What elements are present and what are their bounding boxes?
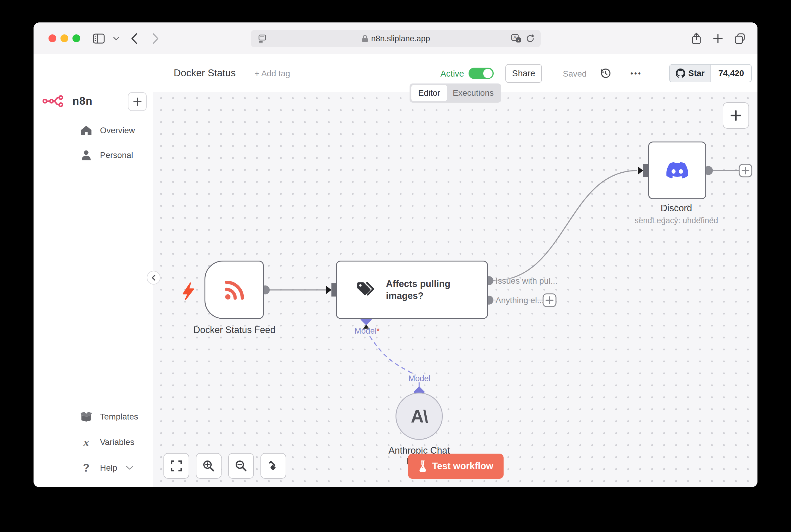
- sidebar-item-templates[interactable]: Templates: [34, 407, 153, 426]
- back-icon[interactable]: [126, 31, 142, 46]
- test-workflow-button[interactable]: Test workflow: [408, 454, 503, 479]
- reload-icon[interactable]: [526, 34, 535, 43]
- star-count: 74,420: [711, 64, 751, 82]
- node-label: Docker Status Feed: [184, 325, 285, 336]
- sidebar-toggle-icon[interactable]: [91, 31, 107, 46]
- test-workflow-label: Test workflow: [432, 461, 493, 472]
- tags-icon: [356, 282, 375, 298]
- forward-icon[interactable]: [148, 31, 164, 46]
- new-tab-icon[interactable]: [710, 31, 726, 46]
- add-tag-button[interactable]: + Add tag: [255, 69, 290, 78]
- lock-icon: [362, 34, 368, 43]
- node-docker-status-feed[interactable]: [204, 261, 264, 319]
- sidebar-item-variables[interactable]: x Variables: [34, 433, 153, 452]
- saved-status: Saved: [563, 69, 587, 79]
- sidebar-item-label: Overview: [100, 126, 135, 135]
- reader-icon[interactable]: [257, 34, 267, 43]
- model-port-label: Model*: [337, 326, 397, 336]
- app-sidebar: n8n Overview Personal Templates x Variab…: [34, 54, 153, 487]
- trigger-lightning-icon: [183, 283, 194, 299]
- question-icon: ?: [80, 461, 93, 475]
- logo-text: n8n: [72, 95, 93, 108]
- node-label: Discord: [625, 203, 727, 214]
- editor-executions-tabs: Editor Executions: [409, 83, 501, 102]
- new-workflow-button[interactable]: [128, 92, 147, 111]
- active-label: Active: [435, 69, 464, 79]
- model-link-label: Model: [389, 374, 449, 383]
- node-discord[interactable]: [648, 141, 706, 199]
- variable-x-icon: x: [80, 436, 93, 449]
- tab-executions[interactable]: Executions: [447, 83, 499, 102]
- browser-window: n8n.sliplane.app Ax: [34, 22, 757, 487]
- svg-text:x: x: [518, 38, 519, 42]
- divider: [34, 483, 153, 483]
- home-icon: [80, 124, 93, 137]
- translate-icon[interactable]: Ax: [511, 34, 521, 43]
- flask-icon: [418, 460, 427, 472]
- share-icon[interactable]: [688, 31, 704, 46]
- collapse-sidebar-button[interactable]: [147, 271, 161, 285]
- more-options-button[interactable]: •••: [625, 67, 648, 79]
- sidebar-item-label: Variables: [100, 437, 134, 447]
- chevron-down-icon: [126, 466, 133, 470]
- history-icon[interactable]: [600, 67, 612, 79]
- rss-icon: [222, 278, 246, 302]
- add-node-endpoint: [739, 164, 752, 177]
- n8n-logo: n8n: [42, 92, 93, 110]
- sidebar-item-label: Help: [100, 463, 117, 473]
- star-label: Star: [688, 69, 704, 78]
- tab-overview-icon[interactable]: [732, 31, 748, 46]
- package-icon: [80, 410, 93, 423]
- add-node-endpoint: [543, 294, 556, 307]
- sidebar-item-label: Templates: [100, 412, 138, 422]
- share-button-label: Share: [512, 69, 535, 78]
- minimize-window-button[interactable]: [60, 34, 68, 42]
- node-title: Affects pulling images?: [386, 278, 450, 302]
- person-icon: [80, 149, 93, 162]
- active-toggle[interactable]: [468, 68, 494, 79]
- node-subtitle: sendLegacy: undefined: [625, 216, 727, 225]
- output-label-issues: Issues with pul...: [496, 276, 557, 286]
- github-star-widget[interactable]: Star 74,420: [669, 64, 752, 82]
- toggle-knob: [483, 69, 493, 78]
- zoom-window-button[interactable]: [72, 34, 80, 42]
- sidebar-item-personal[interactable]: Personal: [34, 146, 153, 165]
- output-label-anything-else: Anything el...: [496, 296, 544, 305]
- sidebar-item-label: Personal: [100, 151, 133, 160]
- browser-toolbar: n8n.sliplane.app Ax: [34, 22, 757, 54]
- address-bar[interactable]: n8n.sliplane.app Ax: [251, 30, 541, 47]
- workflow-canvas[interactable]: Docker Status Feed Affects pulling image…: [153, 92, 757, 487]
- node-classifier[interactable]: Affects pulling images?: [336, 261, 488, 319]
- github-icon: [676, 69, 685, 78]
- sidebar-item-help[interactable]: ? Help: [34, 458, 153, 477]
- sidebar-item-overview[interactable]: Overview: [34, 121, 153, 140]
- chevron-down-icon[interactable]: [108, 31, 124, 46]
- n8n-logo-icon: [42, 95, 68, 108]
- share-button[interactable]: Share: [505, 64, 542, 83]
- workflow-title[interactable]: Docker Status: [174, 67, 236, 79]
- tab-editor[interactable]: Editor: [411, 85, 447, 101]
- discord-icon: [666, 162, 688, 179]
- url-text: n8n.sliplane.app: [371, 34, 430, 43]
- close-window-button[interactable]: [49, 34, 56, 42]
- anthropic-icon: A\: [411, 406, 427, 427]
- node-anthropic-chat-model[interactable]: A\: [396, 393, 443, 440]
